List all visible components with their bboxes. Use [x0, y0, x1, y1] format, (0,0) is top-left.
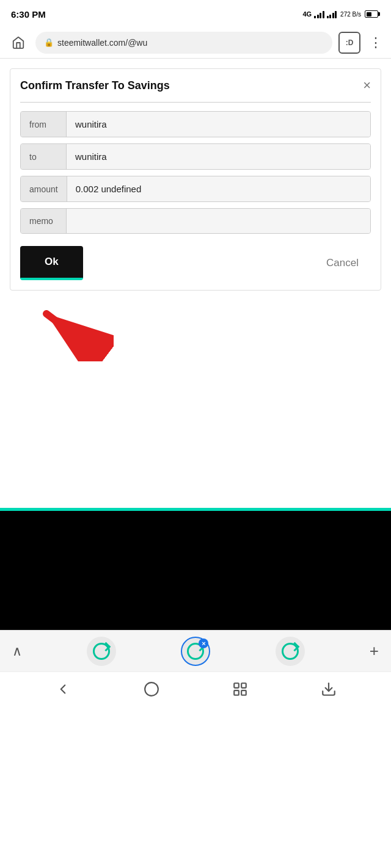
refresh-icon-3 — [282, 643, 299, 660]
recents-nav-button[interactable] — [227, 676, 254, 703]
black-section — [0, 508, 391, 630]
amount-value: 0.002 undefined — [67, 176, 370, 201]
close-badge[interactable]: × — [199, 638, 208, 648]
from-field-row: from wunitira — [20, 111, 371, 137]
browser-bar: 🔒 steemitwallet.com/@wu :D ⋮ — [0, 27, 391, 59]
tab-icon-1[interactable] — [87, 637, 116, 666]
dialog-title: Confirm Transfer To Savings — [20, 79, 170, 92]
nav-bar — [0, 671, 391, 706]
svg-rect-4 — [241, 683, 246, 688]
teal-accent-line — [0, 508, 391, 511]
data-speed: 272 B/s — [340, 11, 361, 18]
dialog-header: Confirm Transfer To Savings × — [20, 79, 371, 92]
cancel-button[interactable]: Cancel — [314, 251, 371, 275]
to-value: wunitira — [67, 144, 370, 169]
screenshot-nav-button[interactable] — [315, 676, 342, 703]
url-text: steemitwallet.com/@wu — [57, 38, 147, 48]
memo-label: memo — [21, 209, 67, 233]
ok-button[interactable]: Ok — [20, 246, 83, 280]
confirm-transfer-dialog: Confirm Transfer To Savings × from wunit… — [10, 68, 381, 291]
status-icons: 4G 272 B/s — [302, 10, 380, 18]
dialog-divider — [20, 102, 371, 103]
tab-icon-2-active[interactable]: × — [181, 637, 210, 666]
memo-field-row: memo — [20, 208, 371, 234]
home-nav-button[interactable] — [138, 676, 165, 703]
from-value: wunitira — [67, 112, 370, 137]
tab-switcher-button[interactable]: :D — [338, 32, 360, 54]
red-arrow-annotation — [34, 306, 114, 361]
svg-line-1 — [46, 314, 101, 355]
svg-point-2 — [145, 682, 158, 696]
lock-icon: 🔒 — [44, 38, 54, 47]
signal-bars-1 — [314, 10, 324, 18]
amount-field-row: amount 0.002 undefined — [20, 176, 371, 202]
bottom-tab-bar: ∧ × + — [0, 630, 391, 671]
dialog-actions: Ok Cancel — [20, 246, 371, 280]
network-type-label: 4G — [302, 10, 312, 18]
tab-icon-3[interactable] — [276, 637, 305, 666]
to-label: to — [21, 144, 67, 169]
status-time: 6:30 PM — [11, 9, 46, 20]
amount-label: amount — [21, 176, 67, 201]
chevron-up-button[interactable]: ∧ — [12, 643, 22, 659]
close-icon[interactable]: × — [363, 79, 371, 92]
memo-value — [67, 209, 370, 233]
to-field-row: to wunitira — [20, 143, 371, 170]
svg-rect-3 — [234, 683, 239, 688]
white-space — [0, 386, 391, 508]
new-tab-button[interactable]: + — [370, 642, 379, 660]
annotation-arrow-container — [10, 300, 391, 386]
from-label: from — [21, 112, 67, 137]
home-button[interactable] — [7, 32, 29, 54]
back-nav-button[interactable] — [49, 676, 76, 703]
signal-bars-2 — [327, 10, 337, 18]
address-bar[interactable]: 🔒 steemitwallet.com/@wu — [35, 32, 332, 54]
more-options-button[interactable]: ⋮ — [367, 32, 384, 54]
svg-rect-6 — [241, 690, 246, 695]
svg-rect-5 — [234, 690, 239, 695]
refresh-icon-1 — [93, 643, 110, 660]
battery-icon — [365, 10, 380, 18]
status-bar: 6:30 PM 4G 272 B/s — [0, 0, 391, 27]
